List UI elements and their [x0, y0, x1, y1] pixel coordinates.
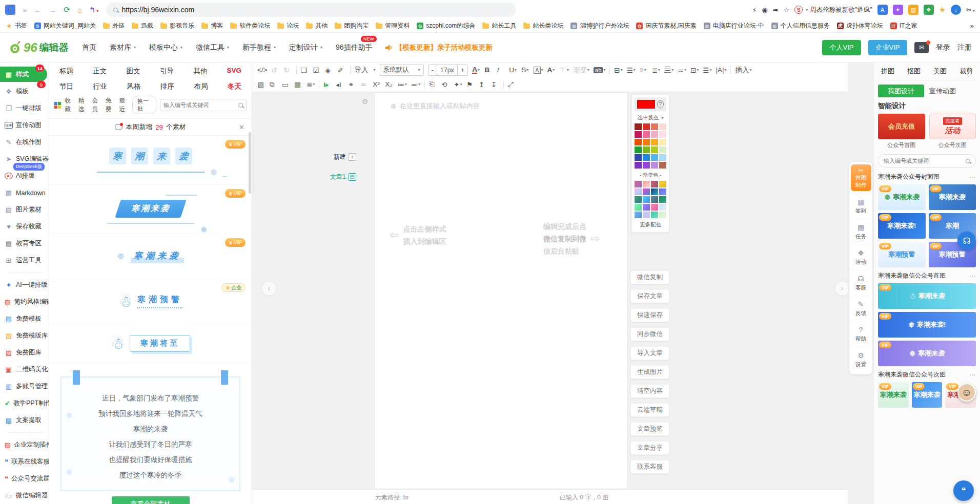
- design-thumb[interactable]: VIP寒潮来袭: [929, 184, 976, 210]
- template-card-content[interactable]: ❅ ❅ ❅ 近日，气象部门发布了寒潮预警预计我国多地将迎来一轮降温天气寒潮的来袭…: [49, 376, 252, 504]
- move-top-icon[interactable]: ↥: [479, 80, 487, 89]
- template-card[interactable]: ☃寒潮将至: [49, 324, 252, 363]
- panel-tab[interactable]: 风格: [127, 82, 140, 91]
- sidebar-item[interactable]: ▤免费模板: [0, 310, 49, 327]
- action-button[interactable]: 文章预览: [630, 422, 669, 436]
- nav-item[interactable]: 定制设计▾: [289, 43, 322, 52]
- one-key-beautify-icon[interactable]: ✦▾: [454, 80, 462, 89]
- redo-icon[interactable]: ↻: [284, 66, 292, 74]
- tool-link[interactable]: 裁剪: [959, 67, 973, 76]
- color-swatch[interactable]: [635, 154, 642, 161]
- filter-item[interactable]: 最近: [119, 96, 129, 114]
- color-swatch[interactable]: [651, 123, 658, 130]
- sidebar-item[interactable]: ▦Markdown: [0, 184, 49, 201]
- puzzle-extension-icon[interactable]: ❖: [924, 5, 934, 15]
- sidebar-item[interactable]: ▦样式14: [0, 67, 47, 82]
- bookmark-item[interactable]: 影视音乐: [160, 22, 194, 30]
- undo-icon[interactable]: ↺: [272, 66, 280, 74]
- font-larger-button[interactable]: +: [458, 65, 467, 75]
- bookmarks-overflow-icon[interactable]: »: [970, 22, 974, 30]
- action-button[interactable]: 导入文章: [630, 346, 669, 360]
- gradient-swatch[interactable]: [635, 181, 642, 187]
- panel-tab[interactable]: 节日: [59, 82, 73, 91]
- sidebar-item[interactable]: ✔教学PPT制作: [0, 395, 49, 412]
- sidebar-item[interactable]: ▤教育专区: [0, 235, 49, 252]
- bg-color-icon[interactable]: A▾: [534, 67, 543, 74]
- color-swatch[interactable]: [651, 162, 658, 169]
- strip-item[interactable]: ▤任务: [850, 219, 871, 244]
- sidebar-item[interactable]: ▨图片素材: [0, 201, 49, 218]
- find-replace-icon[interactable]: ⟲: [441, 80, 450, 89]
- tab-design[interactable]: 我图设计: [878, 85, 924, 97]
- paste-text-icon[interactable]: ⎗: [429, 80, 437, 89]
- bookmark-item[interactable]: S网站关键词_网站关: [34, 22, 96, 30]
- gradient-swatch[interactable]: [643, 212, 650, 218]
- gradient-swatch[interactable]: [643, 196, 650, 203]
- close-icon[interactable]: ✕: [239, 123, 244, 131]
- more-icon[interactable]: ⋯: [969, 174, 976, 181]
- more-icon[interactable]: ⋯: [969, 272, 976, 280]
- font-smaller-button[interactable]: -: [428, 65, 437, 75]
- design-thumb[interactable]: VIP❅寒潮来袭: [878, 184, 926, 210]
- sidebar-item[interactable]: ⊞运营工具: [0, 252, 49, 269]
- highlight-icon[interactable]: ab▾: [594, 67, 605, 73]
- bookmark-item[interactable]: 论坛: [277, 22, 299, 30]
- gradient-swatch[interactable]: [635, 188, 642, 195]
- gradient-swatch[interactable]: [643, 204, 650, 211]
- browser-extension-icon[interactable]: ≡: [5, 5, 15, 15]
- bookmark-item[interactable]: ◍淄博驴行户外论坛: [570, 22, 629, 30]
- more-colors-link[interactable]: 更多配色: [635, 221, 666, 228]
- filter-item[interactable]: 精选: [78, 96, 88, 114]
- color-swatch[interactable]: [659, 139, 666, 145]
- site-logo[interactable]: 96编辑器: [8, 40, 70, 55]
- nav-item[interactable]: 模板中心▾: [149, 43, 182, 52]
- text-effect-icon[interactable]: A▾: [547, 66, 556, 74]
- color-swatch[interactable]: [643, 139, 650, 145]
- strikethrough-icon[interactable]: S▾: [521, 66, 529, 74]
- color-swatch[interactable]: [651, 139, 658, 145]
- strip-item[interactable]: ❖活动: [850, 244, 871, 270]
- gradient-swatch[interactable]: [651, 181, 658, 187]
- bookmark-item[interactable]: 外链: [103, 22, 125, 30]
- filter-item[interactable]: 收藏: [65, 96, 74, 114]
- bookmark-item[interactable]: 其他: [306, 22, 328, 30]
- action-button[interactable]: 快速保存: [630, 308, 669, 322]
- color-swatch[interactable]: [635, 139, 642, 145]
- current-color-swatch[interactable]: [637, 100, 655, 109]
- sidebar-item[interactable]: ▨免费图库: [0, 344, 49, 361]
- new-article-tab[interactable]: 新建+: [330, 153, 356, 161]
- article-tab[interactable]: 文章1▤: [330, 173, 356, 181]
- gradient-swatch[interactable]: [651, 212, 658, 218]
- color-swatch[interactable]: [651, 154, 658, 161]
- color-swatch[interactable]: [643, 162, 650, 169]
- sidebar-item[interactable]: ▨免费模版库: [0, 327, 49, 344]
- unlink-icon[interactable]: ⚮: [360, 80, 369, 89]
- chat-float-button[interactable]: ❝: [953, 480, 974, 501]
- home-icon[interactable]: ⌂: [77, 6, 82, 14]
- gradient-swatch[interactable]: [659, 181, 666, 187]
- template-search[interactable]: [160, 99, 247, 111]
- template-card[interactable]: ♛VIP 寒潮来袭 ❅: [49, 185, 252, 234]
- restore-icon[interactable]: ↰▾: [89, 5, 99, 14]
- line-height-icon[interactable]: 亖▾: [664, 66, 674, 75]
- clear-format-icon[interactable]: ◈: [325, 66, 334, 74]
- color-swatch[interactable]: [659, 146, 666, 153]
- login-link[interactable]: 登录: [936, 43, 950, 52]
- sidebar-item[interactable]: ❝公众号交流群: [0, 470, 49, 487]
- panel-tab[interactable]: 布局: [194, 82, 208, 91]
- underline-icon[interactable]: U▾: [509, 66, 517, 74]
- color-swatch[interactable]: [659, 123, 666, 130]
- font-color-icon[interactable]: A▾: [472, 66, 480, 74]
- strip-item[interactable]: ?帮助: [850, 321, 871, 347]
- smart-card[interactable]: 志愿者活动 公众号次图: [929, 114, 976, 149]
- design-thumb[interactable]: VIP❅寒潮来袭: [878, 341, 976, 366]
- template-card[interactable]: ♛VIP 寒潮来袭 ❅–: [49, 136, 252, 185]
- template-card[interactable]: ♛企业 ☃寒潮预警: [49, 279, 252, 324]
- gradient-swatch[interactable]: [659, 204, 666, 211]
- italic-icon[interactable]: I: [497, 66, 505, 74]
- action-button[interactable]: 清空内容: [630, 384, 669, 398]
- bookmark-item[interactable]: ✿国庆节素材,国庆素: [636, 22, 696, 30]
- announcement[interactable]: 【模板更新】亲子活动模板更新: [385, 43, 493, 52]
- smart-card[interactable]: 会员充值 公众号首图: [878, 114, 925, 149]
- action-button[interactable]: 联系客服: [630, 460, 669, 474]
